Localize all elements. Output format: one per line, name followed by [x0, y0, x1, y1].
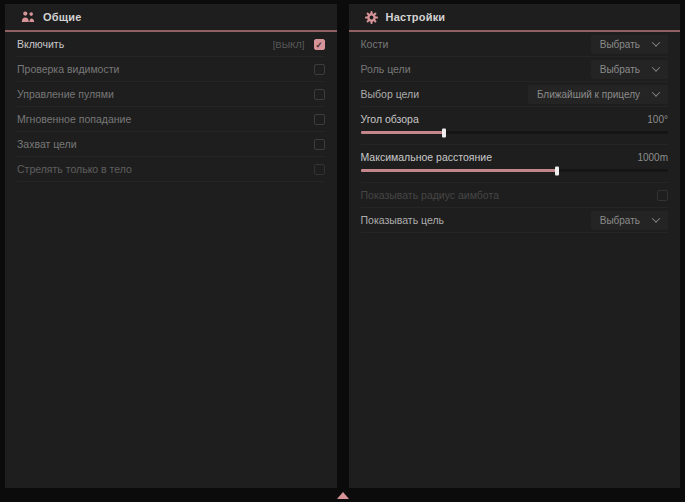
panels-container: Общие Включить [ВЫКЛ] ✓ Проверка видимос… [5, 4, 680, 488]
target-select-dropdown-value: Ближайший к прицелу [537, 89, 640, 100]
fov-slider[interactable] [361, 131, 669, 134]
row-instant-hit-label: Мгновенное попадание [17, 113, 131, 125]
screen: Общие Включить [ВЫКЛ] ✓ Проверка видимос… [0, 0, 685, 502]
panel-general-header: Общие [5, 4, 337, 32]
max-distance-slider-fill [361, 169, 558, 172]
row-body-only[interactable]: Стрелять только в тело [17, 157, 325, 182]
bones-dropdown[interactable]: Выбрать [591, 35, 668, 54]
row-instant-hit[interactable]: Мгновенное попадание [17, 107, 325, 132]
users-icon [21, 11, 35, 23]
row-enable[interactable]: Включить [ВЫКЛ] ✓ [17, 32, 325, 57]
show-target-dropdown-value: Выбрать [600, 215, 640, 226]
row-target-role-label: Роль цели [361, 63, 411, 75]
row-bones: Кости Выбрать [361, 32, 669, 57]
body-only-checkbox[interactable] [314, 164, 325, 175]
chevron-down-icon [652, 63, 660, 71]
max-distance-slider-block: Максимальное расстояние 1000m [361, 145, 669, 183]
enable-checkbox[interactable]: ✓ [314, 39, 325, 50]
row-show-aimbot-radius[interactable]: Показывать радиус аимбота [361, 183, 669, 208]
row-visibility-check-label: Проверка видимости [17, 63, 119, 75]
bones-dropdown-value: Выбрать [600, 39, 640, 50]
fov-label: Угол обзора [361, 113, 419, 125]
panel-settings-header: Настройки [349, 4, 681, 32]
max-distance-value: 1000m [637, 152, 668, 163]
row-visibility-check[interactable]: Проверка видимости [17, 57, 325, 82]
fov-value: 100° [647, 114, 668, 125]
max-distance-slider[interactable] [361, 169, 669, 172]
row-show-target: Показывать цель Выбрать [361, 208, 669, 233]
row-enable-label: Включить [17, 38, 64, 50]
gear-icon [365, 11, 378, 24]
target-role-dropdown-value: Выбрать [600, 64, 640, 75]
panel-settings-rows: Кости Выбрать Роль цели Выбрать Выбор це… [349, 32, 681, 233]
row-target-lock-label: Захват цели [17, 138, 77, 150]
fov-slider-fill [361, 131, 444, 134]
row-bullet-control[interactable]: Управление пулями [17, 82, 325, 107]
row-bullet-control-label: Управление пулями [17, 88, 114, 100]
target-lock-checkbox[interactable] [314, 139, 325, 150]
show-aimbot-radius-checkbox[interactable] [657, 190, 668, 201]
scroll-up-icon[interactable] [337, 492, 349, 499]
fov-slider-head: Угол обзора 100° [361, 113, 669, 125]
row-bones-label: Кости [361, 38, 389, 50]
show-target-dropdown[interactable]: Выбрать [591, 211, 668, 230]
bullet-control-checkbox[interactable] [314, 89, 325, 100]
max-distance-slider-head: Максимальное расстояние 1000m [361, 151, 669, 163]
max-distance-slider-handle[interactable] [555, 166, 559, 175]
panel-settings: Настройки Кости Выбрать Роль цели Выбрат… [349, 4, 681, 488]
keybind-state-label: [ВЫКЛ] [273, 39, 305, 50]
instant-hit-checkbox[interactable] [314, 114, 325, 125]
row-body-only-label: Стрелять только в тело [17, 163, 132, 175]
chevron-down-icon [652, 88, 660, 96]
max-distance-label: Максимальное расстояние [361, 151, 492, 163]
visibility-check-checkbox[interactable] [314, 64, 325, 75]
row-show-target-label: Показывать цель [361, 214, 445, 226]
row-target-select: Выбор цели Ближайший к прицелу [361, 82, 669, 107]
chevron-down-icon [652, 38, 660, 46]
row-target-role: Роль цели Выбрать [361, 57, 669, 82]
row-target-lock[interactable]: Захват цели [17, 132, 325, 157]
fov-slider-handle[interactable] [442, 128, 446, 137]
target-role-dropdown[interactable]: Выбрать [591, 60, 668, 79]
row-show-aimbot-radius-label: Показывать радиус аимбота [361, 189, 500, 201]
panel-general-rows: Включить [ВЫКЛ] ✓ Проверка видимости Упр… [5, 32, 337, 182]
panel-general: Общие Включить [ВЫКЛ] ✓ Проверка видимос… [5, 4, 337, 488]
fov-slider-block: Угол обзора 100° [361, 107, 669, 145]
target-select-dropdown[interactable]: Ближайший к прицелу [528, 85, 668, 104]
panel-general-title: Общие [43, 11, 82, 23]
row-target-select-label: Выбор цели [361, 88, 420, 100]
chevron-down-icon [652, 214, 660, 222]
panel-settings-title: Настройки [386, 11, 446, 23]
